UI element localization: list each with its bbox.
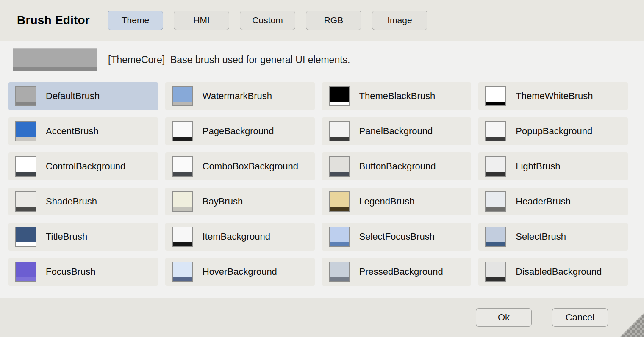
brush-item-controlbackground[interactable]: ControlBackground: [8, 152, 158, 180]
brush-label: ButtonBackground: [359, 161, 436, 172]
tab-image[interactable]: Image: [372, 11, 427, 30]
brush-label: ThemeBlackBrush: [359, 91, 436, 102]
page-title: Brush Editor: [17, 14, 90, 27]
brush-swatch-fill: [330, 157, 349, 172]
brush-swatch: [329, 191, 350, 212]
cancel-button[interactable]: Cancel: [552, 308, 608, 327]
brush-label: ThemeWhiteBrush: [516, 91, 593, 102]
brush-swatch-fill: [486, 227, 505, 242]
brush-swatch: [15, 121, 36, 141]
brush-swatch-strip: [486, 102, 505, 105]
brush-swatch-fill: [16, 122, 36, 137]
brush-item-disabledbackground[interactable]: DisabledBackground: [478, 258, 628, 286]
brush-item-pressedbackground[interactable]: PressedBackground: [322, 258, 472, 286]
brush-swatch: [172, 262, 193, 282]
brush-swatch-strip: [173, 242, 192, 246]
brush-swatch-fill: [330, 87, 349, 102]
brush-swatch: [15, 262, 36, 282]
brush-swatch-fill: [16, 262, 36, 277]
brush-swatch-strip: [173, 207, 192, 211]
brush-swatch-strip: [330, 207, 349, 211]
brush-swatch-strip: [486, 172, 505, 176]
brush-swatch: [329, 262, 350, 282]
brush-swatch-fill: [16, 227, 36, 242]
brush-item-legendbrush[interactable]: LegendBrush: [322, 188, 472, 215]
brush-swatch-strip: [16, 207, 36, 211]
brush-item-themewhitebrush[interactable]: ThemeWhiteBrush: [478, 82, 628, 110]
brush-swatch-strip: [486, 137, 505, 141]
brush-swatch-fill: [330, 227, 349, 242]
brush-item-defaultbrush[interactable]: DefaultBrush: [8, 82, 158, 110]
preview-swatch: [13, 48, 97, 71]
brush-label: PanelBackground: [359, 126, 433, 137]
brush-swatch-fill: [16, 192, 36, 207]
brush-item-comboboxbackground[interactable]: ComboBoxBackground: [165, 152, 315, 180]
brush-swatch-fill: [486, 87, 505, 102]
ok-button[interactable]: Ok: [476, 308, 532, 327]
tab-label: HMI: [193, 15, 210, 25]
brush-swatch-fill: [16, 87, 36, 102]
tab-rgb[interactable]: RGB: [306, 11, 361, 30]
brush-swatch-fill: [330, 262, 349, 277]
brush-item-shadebrush[interactable]: ShadeBrush: [8, 188, 158, 215]
brush-swatch-strip: [16, 102, 36, 105]
brush-swatch-strip: [16, 242, 36, 246]
brush-item-hoverbackground[interactable]: HoverBackground: [165, 258, 315, 286]
brush-label: FocusBrush: [46, 266, 95, 277]
brush-label: DisabledBackground: [516, 266, 602, 277]
tab-label: Image: [387, 15, 412, 25]
brush-swatch-fill: [173, 87, 192, 102]
brush-swatch: [172, 156, 193, 177]
brush-item-titlebrush[interactable]: TitleBrush: [8, 223, 158, 251]
brush-item-selectfocusbrush[interactable]: SelectFocusBrush: [322, 223, 472, 251]
dialog-footer: Ok Cancel: [0, 298, 644, 337]
brush-item-baybrush[interactable]: BayBrush: [165, 188, 315, 215]
brush-swatch-strip: [330, 102, 349, 105]
tab-custom[interactable]: Custom: [240, 11, 295, 30]
brush-item-focusbrush[interactable]: FocusBrush: [8, 258, 158, 286]
brush-label: ItemBackground: [203, 231, 270, 242]
brush-item-pagebackground[interactable]: PageBackground: [165, 117, 315, 145]
brush-swatch-strip: [330, 277, 349, 281]
brush-swatch-fill: [173, 227, 192, 242]
brush-item-popupbackground[interactable]: PopupBackground: [478, 117, 628, 145]
brush-item-watermarkbrush[interactable]: WatermarkBrush: [165, 82, 315, 110]
brush-swatch-fill: [486, 192, 505, 207]
brush-swatch: [485, 262, 506, 282]
brush-swatch-strip: [16, 137, 36, 141]
brush-swatch: [485, 227, 506, 247]
brush-label: PageBackground: [203, 126, 274, 137]
brush-grid: DefaultBrush WatermarkBrush ThemeBlackBr…: [0, 82, 644, 286]
tab-hmi[interactable]: HMI: [174, 11, 229, 30]
brush-item-lightbrush[interactable]: LightBrush: [478, 152, 628, 180]
brush-preview-row: [ThemeCore] Base brush used for general …: [13, 48, 644, 71]
brush-label: HoverBackground: [203, 266, 277, 277]
dialog-header: Brush Editor Theme HMI Custom RGB Image: [0, 0, 644, 41]
brush-label: WatermarkBrush: [203, 91, 272, 102]
brush-swatch: [329, 121, 350, 141]
brush-label: LegendBrush: [359, 196, 415, 207]
brush-swatch-strip: [486, 207, 505, 211]
brush-item-accentbrush[interactable]: AccentBrush: [8, 117, 158, 145]
brush-swatch: [172, 227, 193, 247]
tab-theme[interactable]: Theme: [108, 11, 163, 30]
brush-item-panelbackground[interactable]: PanelBackground: [322, 117, 472, 145]
brush-item-buttonbackground[interactable]: ButtonBackground: [322, 152, 472, 180]
brush-swatch-strip: [330, 137, 349, 141]
brush-swatch-strip: [486, 242, 505, 246]
brush-swatch: [329, 156, 350, 177]
brush-swatch-fill: [173, 157, 192, 172]
brush-item-itembackground[interactable]: ItemBackground: [165, 223, 315, 251]
brush-swatch: [172, 86, 193, 106]
brush-swatch-fill: [486, 122, 505, 137]
brush-swatch: [172, 121, 193, 141]
tab-label: RGB: [324, 15, 344, 25]
brush-item-headerbrush[interactable]: HeaderBrush: [478, 188, 628, 215]
brush-item-themeblackbrush[interactable]: ThemeBlackBrush: [322, 82, 472, 110]
brush-description: [ThemeCore] Base brush used for general …: [108, 54, 350, 66]
brush-swatch-strip: [173, 172, 192, 176]
brush-swatch: [15, 227, 36, 247]
brush-label: PopupBackground: [516, 126, 592, 137]
brush-label: SelectBrush: [516, 231, 566, 242]
brush-item-selectbrush[interactable]: SelectBrush: [478, 223, 628, 251]
